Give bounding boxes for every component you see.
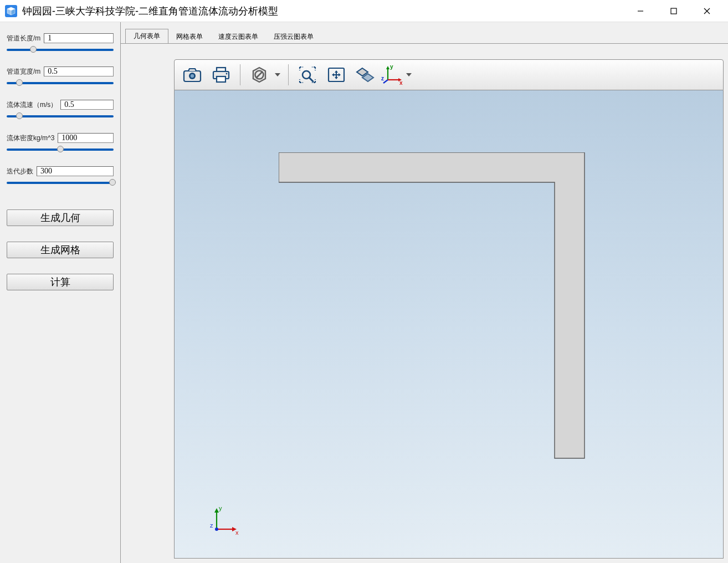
- pipe-width-input[interactable]: [44, 66, 114, 76]
- window-controls: [624, 0, 724, 22]
- tab-velocity[interactable]: 速度云图表单: [211, 30, 266, 44]
- fluid-density-slider[interactable]: [7, 145, 114, 153]
- axis-y-label: y: [219, 505, 222, 511]
- content-area: 几何表单 网格表单 速度云图表单 压强云图表单: [121, 22, 728, 563]
- param-label: 流体密度kg/m^3: [7, 134, 54, 143]
- print-icon: [212, 66, 230, 83]
- param-fluid-velocity: 流体流速（m/s）: [7, 100, 114, 120]
- chevron-down-icon: [404, 73, 414, 76]
- fluid-density-input[interactable]: [58, 133, 114, 143]
- toolbar-separator: [240, 64, 240, 85]
- svg-rect-10: [217, 76, 225, 82]
- svg-point-32: [215, 528, 218, 531]
- screenshot-button[interactable]: [179, 63, 206, 87]
- svg-point-11: [226, 73, 228, 75]
- generate-geometry-button[interactable]: 生成几何: [7, 209, 114, 226]
- app-icon: [4, 4, 18, 18]
- svg-text:z: z: [381, 75, 384, 81]
- tab-geometry[interactable]: 几何表单: [125, 29, 168, 44]
- param-label: 管道长度/m: [7, 34, 40, 43]
- axis-x-label: x: [235, 529, 239, 536]
- cancel-button[interactable]: [246, 63, 273, 87]
- zoom-extents-button[interactable]: [323, 63, 350, 87]
- axis-z-label: z: [210, 522, 213, 529]
- cancel-icon: [250, 66, 268, 84]
- zoom-box-icon: [298, 65, 317, 84]
- svg-marker-29: [214, 508, 219, 513]
- camera-icon: [183, 67, 202, 83]
- axes-icon: y x z: [381, 64, 403, 85]
- maximize-button[interactable]: [657, 0, 690, 22]
- close-button[interactable]: [690, 0, 724, 22]
- print-button[interactable]: [208, 63, 234, 87]
- orientation-gizmo: y x z: [208, 505, 241, 536]
- transparency-button[interactable]: [352, 63, 378, 87]
- svg-text:y: y: [390, 64, 393, 70]
- param-pipe-length: 管道长度/m: [7, 33, 114, 53]
- viewer-canvas[interactable]: y x z: [174, 90, 724, 559]
- axes-dropdown[interactable]: y x z: [381, 63, 414, 87]
- window-title: 钟园园-三峡大学科技学院-二维直角管道流体流动分析模型: [22, 4, 624, 18]
- tab-bar: 几何表单 网格表单 速度云图表单 压强云图表单: [121, 30, 728, 43]
- sidebar: 管道长度/m 管道宽度/m 流体流速（m/s）: [0, 22, 121, 563]
- svg-point-7: [191, 74, 194, 78]
- zoom-extents-icon: [326, 66, 346, 84]
- iterations-input[interactable]: [37, 166, 114, 176]
- compute-button[interactable]: 计算: [7, 274, 114, 290]
- svg-marker-21: [386, 66, 389, 69]
- cancel-dropdown[interactable]: [246, 63, 283, 87]
- fluid-velocity-input[interactable]: [60, 100, 114, 110]
- tab-pressure[interactable]: 压强云图表单: [266, 30, 321, 44]
- param-label: 管道宽度/m: [7, 67, 40, 76]
- param-label: 迭代步数: [7, 167, 33, 176]
- main-area: 管道长度/m 管道宽度/m 流体流速（m/s）: [0, 22, 728, 563]
- param-iterations: 迭代步数: [7, 166, 114, 186]
- pipe-length-slider[interactable]: [7, 45, 114, 53]
- titlebar: 钟园园-三峡大学科技学院-二维直角管道流体流动分析模型: [0, 0, 728, 22]
- param-pipe-width: 管道宽度/m: [7, 66, 114, 86]
- svg-line-26: [383, 80, 388, 83]
- pipe-geometry: [279, 152, 589, 463]
- chevron-down-icon: [273, 73, 283, 76]
- viewer-toolbar: y x z: [174, 59, 724, 90]
- minimize-button[interactable]: [624, 0, 657, 22]
- tab-mesh[interactable]: 网格表单: [168, 30, 211, 44]
- axes-button[interactable]: y x z: [381, 63, 404, 87]
- param-fluid-density: 流体密度kg/m^3: [7, 133, 114, 153]
- param-label: 流体流速（m/s）: [7, 100, 57, 110]
- generate-mesh-button[interactable]: 生成网格: [7, 242, 114, 258]
- pipe-width-slider[interactable]: [7, 79, 114, 86]
- pipe-length-input[interactable]: [44, 33, 114, 43]
- transparency-icon: [356, 66, 375, 83]
- fluid-velocity-slider[interactable]: [7, 112, 114, 120]
- svg-line-16: [309, 78, 313, 81]
- zoom-box-button[interactable]: [294, 63, 321, 87]
- svg-rect-2: [671, 8, 676, 14]
- iterations-slider[interactable]: [7, 178, 114, 186]
- svg-text:x: x: [399, 80, 403, 85]
- tab-body: y x z: [121, 43, 728, 563]
- toolbar-separator: [288, 64, 289, 85]
